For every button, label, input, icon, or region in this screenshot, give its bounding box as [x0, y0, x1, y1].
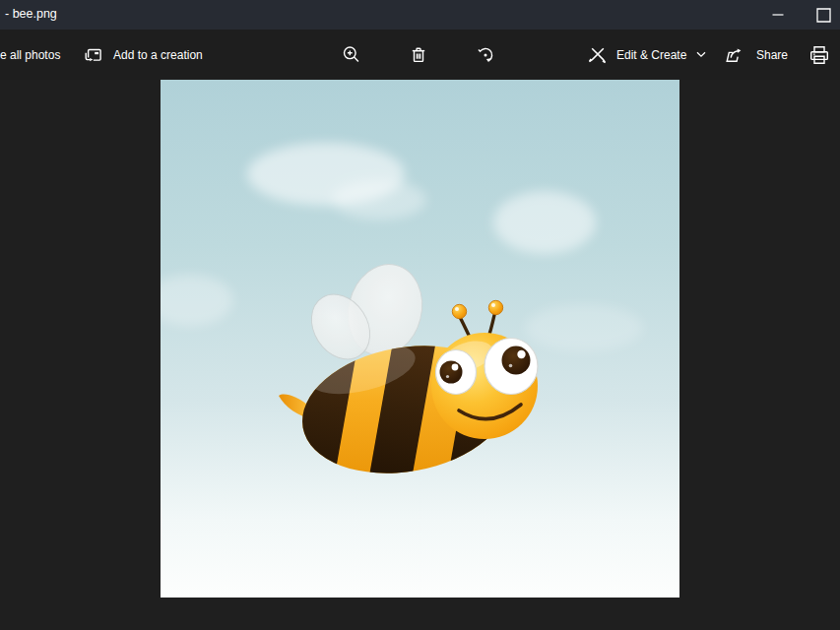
- rotate-icon: [475, 44, 496, 66]
- titlebar: - bee.png: [0, 0, 840, 30]
- window-title: - bee.png: [5, 7, 57, 21]
- print-button[interactable]: [798, 33, 840, 76]
- bee-illustration: [161, 80, 679, 598]
- chevron-down-icon: [696, 51, 706, 58]
- share-label: Share: [756, 48, 788, 62]
- edit-create-button[interactable]: Edit & Create: [587, 30, 706, 80]
- photos-app-window: - bee.png e all photos Add to a creation: [0, 0, 840, 630]
- share-button[interactable]: Share: [723, 30, 788, 80]
- toolbar: e all photos Add to a creation: [0, 30, 840, 80]
- edit-create-icon: [587, 44, 609, 66]
- zoom-button[interactable]: [328, 33, 375, 76]
- add-to-creation-icon: [83, 44, 104, 66]
- minimize-button[interactable]: [755, 0, 801, 30]
- edit-create-label: Edit & Create: [616, 48, 686, 62]
- zoom-in-icon: [341, 44, 362, 66]
- see-all-photos-button[interactable]: e all photos: [0, 30, 72, 80]
- share-icon: [723, 44, 744, 66]
- maximize-icon: [816, 8, 831, 23]
- rotate-button[interactable]: [462, 33, 509, 76]
- minimize-icon: [772, 9, 784, 21]
- delete-button[interactable]: [395, 33, 442, 76]
- maximize-button[interactable]: [801, 0, 840, 30]
- viewer-canvas: [0, 80, 840, 630]
- photo-image[interactable]: [161, 80, 679, 598]
- trash-icon: [408, 44, 429, 66]
- printer-icon: [808, 43, 831, 67]
- see-all-photos-label: e all photos: [0, 48, 60, 62]
- add-to-creation-label: Add to a creation: [113, 48, 203, 62]
- add-to-creation-button[interactable]: Add to a creation: [83, 30, 203, 80]
